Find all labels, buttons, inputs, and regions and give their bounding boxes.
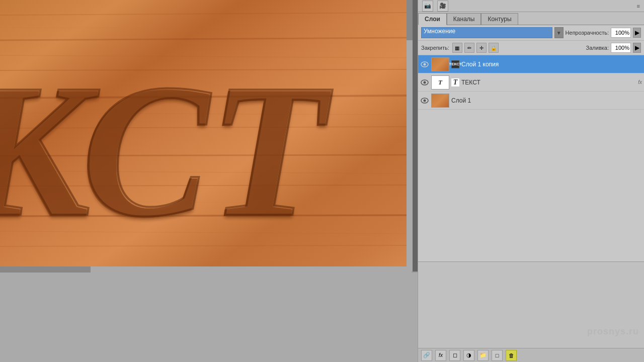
layer-name-text: ТЕКСТ [461,79,636,86]
lock-all-btn[interactable]: 🔒 [489,43,499,53]
blend-mode-dropdown-arrow[interactable]: ▼ [554,27,564,38]
blend-mode-select[interactable]: Умножение [421,27,552,38]
adjustment-btn[interactable]: ◑ [463,350,474,361]
layer-eye-text[interactable] [420,78,429,87]
lock-pixels-btn[interactable]: ▦ [452,43,462,53]
tab-layers[interactable]: Слои [418,13,447,25]
fill-stepper[interactable]: ▶ [633,43,641,53]
panel-bottom: prosnys.ru 🔗 fx ◻ ◑ 📁 □ 🗑 [418,261,644,362]
layer-name-copy: Слой 1 копия [461,61,642,68]
svg-point-27 [424,99,426,102]
layer-eye-1[interactable] [420,96,429,105]
new-group-btn[interactable]: 📁 [477,350,489,361]
layer-item-copy[interactable]: ТЕКСТ Слой 1 копия [418,55,644,73]
layer-thumbnail-1 [431,94,449,108]
svg-point-23 [424,63,426,65]
layer-thumbnail-text: T [431,75,449,89]
canvas-content: КСТ КСТ КСТ [0,0,408,272]
layer-fx-text: fx [638,79,642,85]
canvas-gray-bottom [0,273,418,362]
lock-label: Закрепить: [421,45,449,51]
lock-move-btn[interactable]: ✛ [476,43,487,53]
tab-paths[interactable]: Контуры [481,13,518,25]
main-layout: КСТ КСТ КСТ [0,0,644,362]
add-style-btn[interactable]: fx [435,350,446,361]
panel-toolbar: 🔗 fx ◻ ◑ 📁 □ 🗑 [418,348,644,362]
panel-area: 📷 🎥 ≡ Слои Каналы Контуры Умножение ▼ Не… [418,0,644,362]
v-scrollbar[interactable] [407,0,413,272]
v-scrollbar-thumb[interactable] [407,0,413,40]
layer-item-text[interactable]: T T ТЕКСТ fx [418,73,644,92]
new-layer-btn[interactable]: □ [492,350,503,361]
fill-section: Заливка: 100% ▶ [586,43,641,53]
panel-icons-left: 📷 🎥 [422,1,448,12]
lock-draw-btn[interactable]: ✏ [464,43,474,53]
layer-eye-copy[interactable] [420,60,429,69]
svg-point-25 [424,81,426,83]
fill-label: Заливка: [586,45,609,51]
layer-thumbnail-copy [431,57,449,71]
layer-badge-copy: ТЕКСТ [451,60,459,68]
canvas-area: КСТ КСТ КСТ [0,0,418,362]
panel-icons-right: ≡ [637,3,640,9]
layer-badge-text: T [451,78,459,86]
wood-texture-svg: КСТ КСТ КСТ [0,0,408,272]
opacity-stepper[interactable]: ▶ [633,28,641,38]
camera-icon[interactable]: 📷 [422,1,433,12]
blend-mode-row: Умножение ▼ Непрозрачность: 100% ▶ [418,25,644,41]
h-scrollbar-thumb[interactable] [0,266,91,273]
layer-name-1: Слой 1 [451,97,642,104]
watermark: prosnys.ru [587,326,639,337]
opacity-value: 100% [611,28,631,38]
fill-value: 100% [611,43,631,53]
layers-list: ТЕКСТ Слой 1 копия T T ТЕКСТ fx [418,55,644,261]
opacity-label: Непрозрачность: [566,30,609,36]
panel-tabs: Слои Каналы Контуры [418,12,644,25]
panel-top-icons: 📷 🎥 ≡ [418,0,644,12]
add-mask-btn[interactable]: ◻ [449,350,460,361]
lock-icons: ▦ ✏ ✛ 🔒 [452,43,499,53]
tab-channels[interactable]: Каналы [447,13,481,25]
layer-item-1[interactable]: Слой 1 [418,92,644,110]
lock-row: Закрепить: ▦ ✏ ✛ 🔒 Заливка: 100% ▶ [418,41,644,55]
delete-layer-btn[interactable]: 🗑 [506,350,517,361]
video-icon[interactable]: 🎥 [437,1,448,12]
panel-menu-icon[interactable]: ≡ [637,3,640,9]
h-scrollbar[interactable] [0,266,413,273]
link-layers-btn[interactable]: 🔗 [421,350,432,361]
